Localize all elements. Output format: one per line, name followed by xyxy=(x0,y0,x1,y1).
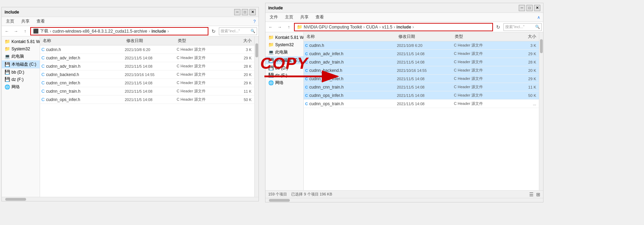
right-tab-file[interactable]: 文件 xyxy=(268,14,279,21)
left-forward-button[interactable]: → xyxy=(12,27,20,35)
left-sidebar-c-label: 本地磁盘 (C:) xyxy=(11,61,36,67)
right-address-path[interactable]: 📁 NVIDIA GPU Computing Toolkit › CUDA › … xyxy=(294,23,493,31)
right-tab-home[interactable]: 主页 xyxy=(284,14,295,21)
left-scrollbar[interactable] xyxy=(254,36,259,197)
left-refresh-button[interactable]: ↻ xyxy=(210,27,217,35)
right-file-row[interactable]: C cudnn_backend.h 2021/10/16 14:55 C Hea… xyxy=(304,66,539,75)
file-name-cell: C cudnn_cnn_infer.h xyxy=(305,76,396,81)
help-button[interactable]: ? xyxy=(253,19,256,24)
right-address-path4: include xyxy=(397,25,411,30)
left-h-scroll-thumb[interactable] xyxy=(5,198,26,201)
left-tab-home[interactable]: 主页 xyxy=(5,18,16,25)
right-expand-button[interactable]: ∧ xyxy=(537,15,540,20)
right-list-view-button[interactable]: ☰ xyxy=(529,192,534,197)
left-file-row[interactable]: C cudnn.h 2021/10/8 6:20 C Header 源文件 3 … xyxy=(40,45,254,54)
right-address-path2: CUDA xyxy=(366,25,378,30)
left-col-name[interactable]: 名称 xyxy=(41,38,125,44)
file-icon: C xyxy=(305,85,308,89)
left-up-button[interactable]: ↑ xyxy=(21,27,29,35)
left-file-row[interactable]: C cudnn_adv_train.h 2021/11/5 14:08 C He… xyxy=(40,62,254,70)
right-file-list-header: 名称 修改日期 类型 大小 xyxy=(304,32,539,41)
file-icon: C xyxy=(305,93,308,98)
right-up-button[interactable]: ↑ xyxy=(285,23,293,31)
right-scroll-thumb[interactable] xyxy=(540,39,543,53)
file-name-cell: C cudnn_adv_infer.h xyxy=(41,55,123,60)
left-search-box[interactable]: 搜索"incl..." 🔍 xyxy=(219,27,257,35)
right-sidebar-item-network[interactable]: 🌐 网络 xyxy=(265,79,303,87)
left-file-row[interactable]: C cudnn_backend.h 2021/10/16 14:55 C Hea… xyxy=(40,70,254,79)
right-tab-view[interactable]: 查看 xyxy=(314,14,325,21)
right-file-row[interactable]: C cudnn_ops_infer.h 2021/11/5 14:08 C He… xyxy=(304,91,539,100)
left-col-size[interactable]: 大小 xyxy=(228,38,253,44)
minimize-button[interactable]: ─ xyxy=(234,9,240,15)
left-col-type[interactable]: 类型 xyxy=(176,38,228,44)
left-col-date[interactable]: 修改日期 xyxy=(125,38,176,44)
right-tab-share[interactable]: 共享 xyxy=(299,14,310,21)
right-maximize-button[interactable]: □ xyxy=(526,5,533,11)
file-size-cell: 50 K xyxy=(227,98,253,102)
right-col-date[interactable]: 修改日期 xyxy=(397,34,453,40)
file-size-cell: 50 K xyxy=(509,93,538,98)
file-name-cell: C cudnn_adv_infer.h xyxy=(305,51,396,56)
left-sidebar-item-d-drive[interactable]: 💾 bb (D:) xyxy=(2,68,40,76)
right-scrollbar[interactable] xyxy=(539,32,543,190)
right-close-button[interactable]: ✕ xyxy=(534,5,540,11)
left-sidebar-kontakt-label: Kontakt 5.81 W xyxy=(11,39,40,44)
right-sidebar-item-d-drive[interactable]: 💾 bb (D:) xyxy=(265,64,303,72)
left-back-button[interactable]: ← xyxy=(3,27,11,35)
file-size-cell: 20 K xyxy=(227,73,253,77)
left-file-row[interactable]: C cudnn_cnn_train.h 2021/11/5 14:08 C He… xyxy=(40,87,254,95)
right-col-size[interactable]: 大小 xyxy=(510,34,538,40)
right-sidebar-item-c-drive[interactable]: 💾 本地磁盘 (C:) xyxy=(265,56,303,64)
right-file-row[interactable]: C cudnn_adv_train.h 2021/11/5 14:08 C He… xyxy=(304,58,539,66)
file-name-cell: C cudnn_backend.h xyxy=(41,72,123,77)
right-sidebar-item-system32[interactable]: 📁 System32 xyxy=(265,41,303,48)
left-sidebar-item-f-drive[interactable]: 💾 dz (F:) xyxy=(2,76,40,83)
left-file-row[interactable]: C cudnn_cnn_infer.h 2021/11/5 14:08 C He… xyxy=(40,79,254,87)
left-tab-view[interactable]: 查看 xyxy=(35,18,46,25)
right-col-type[interactable]: 类型 xyxy=(453,34,510,40)
left-h-scrollbar[interactable] xyxy=(2,197,259,201)
file-name-cell: C cudnn_cnn_train.h xyxy=(305,85,396,90)
right-forward-button[interactable]: → xyxy=(276,23,284,31)
right-file-row[interactable]: C cudnn.h 2021/10/8 6:20 C Header 源文件 3 … xyxy=(304,41,539,50)
right-file-row[interactable]: C cudnn_cnn_infer.h 2021/11/5 14:08 C He… xyxy=(304,75,539,83)
left-sidebar-item-system32[interactable]: 📁 System32 xyxy=(2,45,40,52)
right-file-row[interactable]: C cudnn_ops_train.h 2021/11/5 14:08 C He… xyxy=(304,100,539,108)
right-sidebar-pc-label: 此电脑 xyxy=(275,49,288,55)
right-sidebar-item-pc[interactable]: 💻 此电脑 xyxy=(265,48,303,56)
left-file-row[interactable]: C cudnn_ops_infer.h 2021/11/5 14:08 C He… xyxy=(40,95,254,104)
left-sidebar-item-c-drive[interactable]: 💾 本地磁盘 (C:) xyxy=(2,60,40,68)
right-search-box[interactable]: 搜索"incl..." 🔍 xyxy=(503,23,542,31)
left-sidebar-item-pc[interactable]: 💻 此电脑 xyxy=(2,52,40,60)
right-sidebar-item-f-drive[interactable]: 💾 dz (F:) xyxy=(265,72,303,79)
file-type-cell: C Header 源文件 xyxy=(452,68,509,73)
left-address-path[interactable]: ⬛ 下载 › cudnn-windows-x86_64-8.3.1.22_cud… xyxy=(30,27,208,35)
left-scroll-thumb[interactable] xyxy=(255,43,258,57)
right-refresh-button[interactable]: ↻ xyxy=(494,23,502,31)
file-date-cell: 2021/11/5 14:08 xyxy=(396,60,453,64)
file-type-cell: C Header 源文件 xyxy=(175,89,227,94)
left-file-list-header: 名称 修改日期 类型 大小 xyxy=(40,36,254,45)
right-title-bar: include ─ □ ✕ xyxy=(265,3,543,13)
right-h-scrollbar[interactable] xyxy=(265,198,543,202)
right-back-button[interactable]: ← xyxy=(267,23,275,31)
right-h-scroll-thumb[interactable] xyxy=(269,199,290,202)
right-sidebar-item-kontakt[interactable]: 📁 Kontakt 5.81 W xyxy=(265,34,303,41)
right-file-row[interactable]: C cudnn_cnn_train.h 2021/11/5 14:08 C He… xyxy=(304,83,539,91)
close-button[interactable]: ✕ xyxy=(249,9,256,15)
file-icon: C xyxy=(41,97,45,102)
right-file-row[interactable]: C cudnn_adv_infer.h 2021/11/5 14:08 C He… xyxy=(304,50,539,58)
right-grid-view-button[interactable]: ⊞ xyxy=(536,192,540,197)
left-ribbon: 主页 共享 查看 ? xyxy=(2,17,259,26)
file-type-cell: C Header 源文件 xyxy=(452,101,509,106)
right-col-name[interactable]: 名称 xyxy=(305,34,397,40)
right-status-count: 159 个项目 xyxy=(268,192,287,197)
left-sidebar-item-kontakt[interactable]: 📁 Kontakt 5.81 W xyxy=(2,38,40,45)
right-minimize-button[interactable]: ─ xyxy=(519,5,525,11)
right-sidebar-d-label: bb (D:) xyxy=(275,66,288,70)
left-file-row[interactable]: C cudnn_adv_infer.h 2021/11/5 14:08 C He… xyxy=(40,54,254,62)
left-sidebar-item-network[interactable]: 🌐 网络 xyxy=(2,83,40,91)
maximize-button[interactable]: □ xyxy=(242,9,248,15)
left-tab-share[interactable]: 共享 xyxy=(20,18,31,25)
